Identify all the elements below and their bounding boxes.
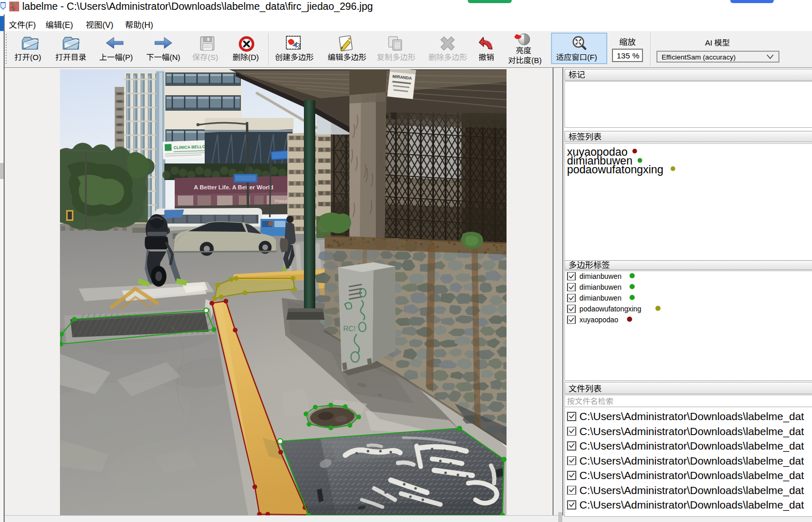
- svg-text:(F): (F): [25, 21, 36, 29]
- svg-text:xuyaopodao: xuyaopodao: [579, 316, 619, 324]
- svg-text:C:\Users\Administrator\Downloa: C:\Users\Administrator\Downloads\labelme…: [579, 484, 804, 497]
- svg-text:(E): (E): [62, 21, 73, 29]
- svg-text:podaowufatongxing: podaowufatongxing: [579, 305, 641, 313]
- svg-text:(S): (S): [208, 53, 218, 62]
- svg-text:(H): (H): [142, 21, 153, 29]
- svg-text:dimianbuwen: dimianbuwen: [579, 294, 621, 302]
- svg-text:(O): (O): [30, 53, 41, 62]
- svg-text:C:\Users\Administrator\Downloa: C:\Users\Administrator\Downloads\labelme…: [579, 425, 804, 438]
- svg-text:A Better Life. A Better World: A Better Life. A Better World: [194, 184, 273, 190]
- svg-text:RC!: RC!: [343, 324, 356, 333]
- svg-text:AI: AI: [705, 38, 712, 47]
- svg-text:C:\Users\Administrator\Downloa: C:\Users\Administrator\Downloads\labelme…: [579, 410, 804, 423]
- svg-text:(B): (B): [531, 56, 542, 65]
- svg-text:135 %: 135 %: [617, 51, 639, 60]
- svg-text:labelme - C:\Users\Administrat: labelme - C:\Users\Administrator\Downloa…: [22, 1, 373, 12]
- svg-text:(D): (D): [248, 53, 259, 62]
- svg-text:EfficientSam (accuracy): EfficientSam (accuracy): [662, 53, 736, 61]
- svg-text:Ponce: Ponce: [275, 199, 287, 204]
- svg-text:C:\Users\Administrator\Downloa: C:\Users\Administrator\Downloads\labelme…: [579, 469, 804, 482]
- svg-text:(N): (N): [170, 53, 180, 62]
- svg-text:(F): (F): [587, 53, 597, 62]
- svg-text:C:\Users\Administrator\Downloa: C:\Users\Administrator\Downloads\labelme…: [579, 499, 804, 511]
- svg-text:C:\Users\Administrator\Downloa: C:\Users\Administrator\Downloads\labelme…: [579, 440, 804, 452]
- svg-text:dimianbuwen: dimianbuwen: [579, 284, 621, 291]
- svg-text:C:\Users\Administrator\Downloa: C:\Users\Administrator\Downloads\labelme…: [579, 455, 804, 467]
- svg-text:podaowufatongxing: podaowufatongxing: [567, 163, 664, 176]
- svg-text:(V): (V): [102, 21, 113, 29]
- svg-text:(P): (P): [122, 53, 133, 62]
- svg-text:dimianbuwen: dimianbuwen: [579, 273, 621, 280]
